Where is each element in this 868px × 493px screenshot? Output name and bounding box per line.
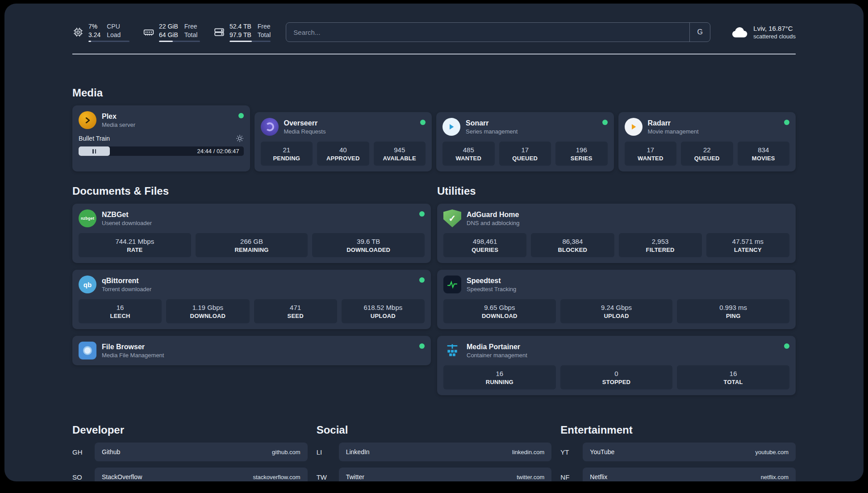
playback-progress-bar[interactable]: 24:44 / 02:06:47	[79, 146, 244, 156]
service-card-portainer[interactable]: Media Portainer Container management 16 …	[437, 336, 796, 395]
service-name: File Browser	[102, 343, 414, 351]
stat-tile: 17 WANTED	[625, 142, 677, 166]
service-card-plex[interactable]: Plex Media server Bullet Train	[72, 105, 250, 171]
disk-widget: 52.4 TB 97.9 TB Free Total	[213, 22, 271, 42]
ram-icon	[143, 26, 154, 38]
bookmark-netflix[interactable]: NF Netflix netflix.com	[560, 468, 796, 481]
service-description: DNS and adblocking	[467, 220, 789, 226]
stat-tile: 9.65 Gbps DOWNLOAD	[443, 299, 556, 323]
service-card-adguard[interactable]: ✓ AdGuard Home DNS and adblocking 498,46…	[437, 204, 796, 263]
stat-tile: 471 SEED	[254, 299, 337, 323]
cpu-icon	[72, 26, 84, 38]
stat-tile: 17 QUEUED	[499, 142, 551, 166]
search-input[interactable]	[286, 22, 710, 42]
stat-tile: 16 LEECH	[79, 299, 162, 323]
service-name: Speedtest	[467, 277, 789, 285]
dashboard: 7% 3.24 CPU Load	[4, 4, 864, 481]
bookmark-group-entertainment: Entertainment YT YouTube youtube.com NF …	[560, 424, 796, 481]
section-documents: Documents & Files nzbget NZBGet Usenet d…	[72, 185, 431, 395]
bookmark-group-social: Social LI LinkedIn linkedin.com TW Twitt…	[317, 424, 552, 481]
service-name: AdGuard Home	[467, 211, 789, 219]
section-title-utilities: Utilities	[437, 185, 796, 197]
service-card-radarr[interactable]: Radarr Movie management 17 WANTED 22 QUE…	[618, 112, 796, 171]
section-title-social: Social	[317, 424, 552, 436]
disk-usage-bar	[230, 41, 271, 42]
weather-location: Lviv, 16.87°C	[753, 25, 796, 32]
plex-icon	[79, 111, 96, 129]
status-dot	[419, 211, 425, 217]
disk-free: 52.4 TB	[230, 22, 251, 30]
adguard-icon: ✓	[443, 209, 461, 227]
service-description: Usenet downloader	[102, 220, 414, 226]
service-description: Series management	[466, 128, 597, 135]
service-description: Media server	[102, 121, 233, 128]
top-bar: 7% 3.24 CPU Load	[72, 22, 796, 42]
service-name: Sonarr	[466, 119, 597, 127]
stat-tile: 16 TOTAL	[677, 365, 789, 389]
status-dot	[420, 120, 426, 125]
ram-total: 64 GiB	[159, 31, 178, 39]
playback-time: 24:44 / 02:06:47	[197, 146, 239, 156]
speedtest-icon	[443, 276, 461, 293]
service-card-filebrowser[interactable]: File Browser Media File Management	[72, 336, 431, 365]
section-title-documents: Documents & Files	[72, 185, 431, 197]
cpu-percent: 7%	[88, 22, 100, 30]
stat-tile: 196 SERIES	[555, 142, 608, 166]
weather-widget: Lviv, 16.87°C scattered clouds	[731, 25, 796, 40]
bookmark-abbr: SO	[72, 473, 95, 481]
service-description: Movie management	[648, 128, 779, 135]
stat-tile: 0 STOPPED	[560, 365, 673, 389]
now-playing-title: Bullet Train	[79, 135, 110, 142]
bookmark-youtube[interactable]: YT YouTube youtube.com	[560, 443, 796, 461]
qbittorrent-icon: qb	[79, 276, 96, 293]
bookmark-twitter[interactable]: TW Twitter twitter.com	[317, 468, 552, 481]
stat-tile: 22 QUEUED	[681, 142, 733, 166]
bookmark-abbr: GH	[72, 448, 95, 456]
status-dot	[784, 120, 789, 125]
bookmark-abbr: LI	[317, 448, 339, 456]
service-name: qBittorrent	[102, 277, 414, 285]
service-card-overseerr[interactable]: Overseerr Media Requests 21 PENDING 40 A…	[255, 112, 432, 171]
service-name: Radarr	[648, 119, 779, 127]
gear-icon[interactable]	[236, 134, 244, 142]
status-dot	[419, 343, 425, 349]
stat-tile: 485 WANTED	[442, 142, 495, 166]
section-title-media: Media	[72, 87, 796, 99]
stat-tile: 618.52 Mbps UPLOAD	[342, 299, 425, 323]
stat-tile: 21 PENDING	[261, 142, 313, 166]
bookmark-stackoverflow[interactable]: SO StackOverflow stackoverflow.com	[72, 468, 308, 481]
ram-free: 22 GiB	[159, 22, 178, 30]
filebrowser-icon	[79, 342, 96, 359]
bookmark-github[interactable]: GH Github github.com	[72, 443, 308, 461]
section-utilities: Utilities ✓ AdGuard Home DNS and adblock…	[437, 185, 796, 395]
service-name: Plex	[102, 113, 233, 121]
disk-total: 97.9 TB	[230, 31, 251, 39]
status-dot	[419, 277, 425, 283]
bookmark-linkedin[interactable]: LI LinkedIn linkedin.com	[317, 443, 552, 461]
service-name: Media Portainer	[467, 343, 779, 351]
status-dot	[602, 120, 608, 125]
pause-icon[interactable]	[92, 149, 96, 154]
status-dot	[784, 343, 789, 349]
search-engine-button[interactable]: G	[689, 23, 710, 42]
stat-tile: 266 GB REMAINING	[196, 233, 308, 257]
nzbget-icon: nzbget	[79, 209, 96, 227]
section-title-developer: Developer	[72, 424, 308, 436]
stat-tile: 834 MOVIES	[738, 142, 790, 166]
section-title-entertainment: Entertainment	[560, 424, 796, 436]
stat-tile: 86,384 BLOCKED	[531, 233, 614, 257]
status-dot	[238, 113, 244, 118]
service-card-qbittorrent[interactable]: qb qBittorrent Torrent downloader 16 LEE…	[72, 270, 431, 329]
search-bar: G	[286, 22, 710, 42]
stat-tile: 1.19 Gbps DOWNLOAD	[166, 299, 249, 323]
bookmark-abbr: TW	[317, 473, 339, 481]
service-description: Container management	[467, 352, 779, 359]
now-playing-widget: Bullet Train	[79, 134, 244, 156]
service-card-sonarr[interactable]: Sonarr Series management 485 WANTED 17 Q…	[436, 112, 614, 171]
cpu-widget: 7% 3.24 CPU Load	[72, 22, 129, 42]
service-card-nzbget[interactable]: nzbget NZBGet Usenet downloader 744.21 M…	[72, 204, 431, 263]
service-description: Media Requests	[284, 128, 415, 135]
service-card-speedtest[interactable]: Speedtest Speedtest Tracking 9.65 Gbps D…	[437, 270, 796, 329]
stat-tile: 744.21 Mbps RATE	[79, 233, 191, 257]
ram-usage-bar	[159, 41, 200, 42]
